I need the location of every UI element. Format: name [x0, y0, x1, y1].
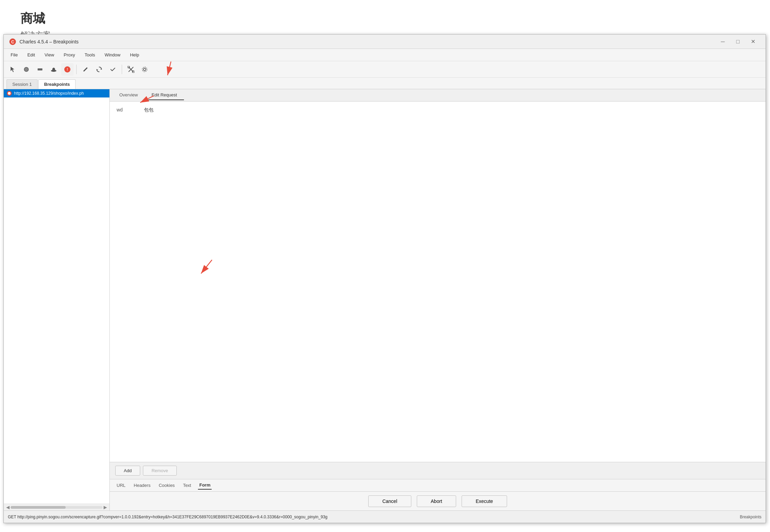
window-title: Charles 4.5.4 – Breakpoints: [19, 39, 79, 44]
breakpoint-indicator: [6, 91, 12, 96]
svg-rect-5: [38, 68, 42, 70]
refresh-icon: [96, 66, 102, 72]
record-icon: [23, 66, 29, 72]
tools-icon: [128, 66, 134, 73]
left-panel: http://192.168.35.129/shopxo/index.ph ◀ …: [4, 89, 110, 510]
toolbar-separator-2: [122, 65, 122, 74]
red-circle-icon: [7, 91, 12, 96]
main-content: http://192.168.35.129/shopxo/index.ph ◀ …: [4, 89, 766, 510]
svg-text:!: !: [67, 68, 68, 71]
sub-tab-headers[interactable]: Headers: [132, 481, 152, 489]
abort-button[interactable]: Abort: [417, 495, 456, 507]
gear-icon: [141, 66, 148, 73]
toolbar-check-btn[interactable]: [107, 63, 119, 76]
left-list: http://192.168.35.129/shopxo/index.ph: [4, 89, 109, 504]
svg-point-7: [52, 68, 55, 71]
charles-app-icon: C: [9, 38, 16, 45]
toolbar-record-btn[interactable]: [20, 63, 32, 76]
list-item-url-text: http://192.168.35.129/shopxo/index.ph: [14, 91, 84, 96]
toolbar: !: [4, 61, 766, 78]
toolbar-breakpoint-btn[interactable]: !: [61, 63, 74, 76]
request-param-row: wd 包包: [117, 107, 759, 113]
maximize-button[interactable]: □: [731, 37, 745, 47]
svg-point-14: [144, 68, 146, 70]
shop-title: 商城: [21, 10, 749, 27]
param-value: 包包: [144, 107, 154, 113]
right-bottom-bar: Add Remove: [110, 462, 766, 479]
stop-icon: [37, 66, 43, 72]
charles-window: C Charles 4.5.4 – Breakpoints ─ □ ✕ File…: [3, 34, 766, 523]
pointer-icon: [10, 66, 16, 72]
scroll-right-arrow[interactable]: ▶: [103, 505, 108, 510]
title-bar: C Charles 4.5.4 – Breakpoints ─ □ ✕: [4, 35, 766, 49]
menu-bar: File Edit View Proxy Tools Window Help: [4, 49, 766, 61]
sub-tab-cookies[interactable]: Cookies: [157, 481, 176, 489]
toolbar-stop-btn[interactable]: [34, 63, 46, 76]
toolbar-pointer-btn[interactable]: [6, 63, 19, 76]
menu-edit[interactable]: Edit: [23, 51, 39, 59]
title-left: C Charles 4.5.4 – Breakpoints: [9, 38, 79, 45]
cancel-button[interactable]: Cancel: [368, 495, 411, 507]
action-buttons: Cancel Abort Execute: [110, 491, 766, 510]
status-right: Breakpoints: [740, 515, 761, 519]
param-key: wd: [117, 107, 137, 113]
sub-tabs: URL Headers Cookies Text Form: [110, 479, 766, 491]
tab-edit-request[interactable]: Edit Request: [145, 90, 184, 100]
breakpoint-active-icon: !: [64, 66, 71, 73]
right-panel: Overview Edit Request wd 包包 Add Remove U…: [110, 89, 766, 510]
hat-icon: [50, 66, 57, 73]
menu-window[interactable]: Window: [101, 51, 124, 59]
menu-help[interactable]: Help: [126, 51, 143, 59]
add-button[interactable]: Add: [115, 466, 140, 476]
toolbar-hat-btn[interactable]: [48, 63, 60, 76]
title-controls: ─ □ ✕: [716, 37, 760, 47]
menu-file[interactable]: File: [6, 51, 22, 59]
toolbar-refresh-btn[interactable]: [93, 63, 105, 76]
toolbar-separator-1: [76, 65, 77, 74]
sub-tab-url[interactable]: URL: [115, 481, 127, 489]
remove-button[interactable]: Remove: [143, 466, 176, 476]
red-circle-inner: [8, 92, 11, 95]
content-area: wd 包包: [110, 102, 766, 462]
menu-view[interactable]: View: [40, 51, 58, 59]
pencil-icon: [82, 66, 89, 72]
execute-button[interactable]: Execute: [462, 495, 507, 507]
toolbar-tools-btn[interactable]: [125, 63, 137, 76]
close-button[interactable]: ✕: [746, 37, 760, 47]
scroll-thumb[interactable]: [11, 506, 66, 509]
svg-point-15: [142, 67, 147, 72]
check-icon: [110, 66, 116, 72]
left-scrollbar-area[interactable]: ◀ ▶: [4, 504, 109, 510]
sub-tab-text[interactable]: Text: [182, 481, 192, 489]
menu-proxy[interactable]: Proxy: [59, 51, 79, 59]
status-bar: GET http://ping.pinyin.sogou.com/screenc…: [4, 510, 766, 523]
svg-point-4: [25, 68, 28, 71]
scroll-left-arrow[interactable]: ◀: [5, 505, 11, 510]
sub-tab-form[interactable]: Form: [198, 481, 212, 490]
tab-overview[interactable]: Overview: [112, 90, 145, 100]
toolbar-pencil-btn[interactable]: [79, 63, 92, 76]
session-tabs: Session 1 Breakpoints: [4, 78, 766, 89]
minimize-button[interactable]: ─: [716, 37, 730, 47]
tab-session1[interactable]: Session 1: [6, 79, 38, 89]
svg-text:C: C: [11, 40, 14, 44]
list-item-url[interactable]: http://192.168.35.129/shopxo/index.ph: [4, 89, 109, 98]
right-panel-tabs: Overview Edit Request: [110, 89, 766, 102]
status-text: GET http://ping.pinyin.sogou.com/screenc…: [8, 515, 734, 519]
toolbar-settings-btn[interactable]: [138, 63, 151, 76]
menu-tools[interactable]: Tools: [81, 51, 99, 59]
svg-marker-2: [11, 67, 14, 72]
tab-breakpoints[interactable]: Breakpoints: [38, 79, 76, 89]
scroll-track[interactable]: [11, 506, 103, 509]
